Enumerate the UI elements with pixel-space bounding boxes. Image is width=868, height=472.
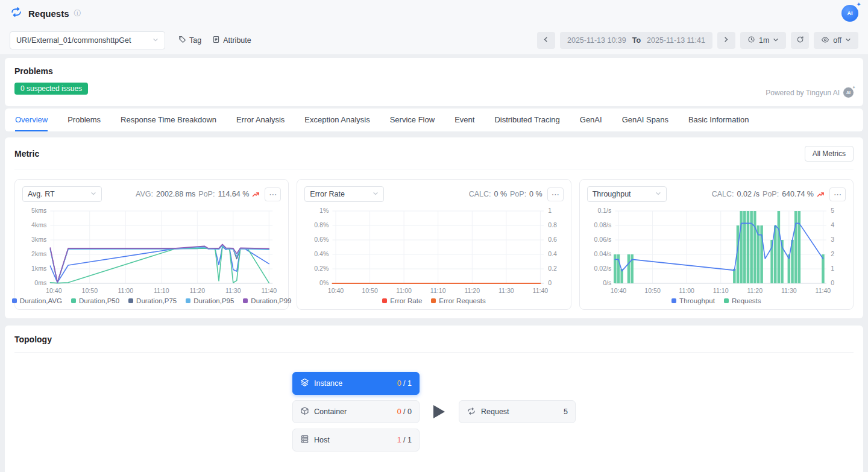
- svg-text:11:40: 11:40: [533, 287, 549, 294]
- svg-text:10:50: 10:50: [362, 287, 379, 294]
- topology-node-host[interactable]: Host 1 / 1: [292, 429, 420, 452]
- metric-select[interactable]: Throughput: [587, 186, 667, 202]
- svg-text:0ms: 0ms: [34, 280, 46, 287]
- metric-select[interactable]: Avg. RT: [22, 186, 102, 202]
- metric-section: Metric All Metrics Avg. RT AVG:2002.88 m…: [5, 137, 863, 318]
- svg-text:0.06/s: 0.06/s: [594, 236, 611, 244]
- tab-exception-analysis[interactable]: Exception Analysis: [304, 109, 370, 131]
- topology-node-label: Request: [481, 407, 509, 416]
- refresh-button[interactable]: [791, 32, 809, 49]
- svg-text:11:10: 11:10: [713, 287, 729, 294]
- svg-text:11:20: 11:20: [747, 287, 763, 294]
- svg-text:1kms: 1kms: [31, 265, 46, 272]
- svg-text:11:30: 11:30: [225, 287, 241, 294]
- inspect-toggle[interactable]: off: [814, 32, 858, 49]
- all-metrics-button[interactable]: All Metrics: [805, 146, 854, 162]
- svg-text:11:30: 11:30: [781, 287, 797, 294]
- svg-text:11:20: 11:20: [465, 287, 480, 294]
- chart-stat-value: 114.64 %: [218, 190, 249, 198]
- svg-text:0.1/s: 0.1/s: [597, 207, 611, 215]
- legend-item[interactable]: Duration,P50: [71, 297, 119, 304]
- chevron-down-icon: [90, 190, 96, 198]
- tab-response-time-breakdown[interactable]: Response Time Breakdown: [121, 109, 216, 131]
- tab-genai[interactable]: GenAI: [580, 109, 602, 131]
- chart-card-avg-rt: Avg. RT AVG:2002.88 msPoP:114.64 % ⋯ 10:…: [14, 179, 289, 310]
- date-range-to-label: To: [632, 36, 641, 45]
- flow-arrow-icon: [433, 405, 445, 418]
- tab-basic-information[interactable]: Basic Information: [688, 109, 749, 131]
- legend-item[interactable]: Throughput: [671, 297, 715, 304]
- error-rate-chart: 10:4010:5011:0011:1011:2011:3011:400%0.2…: [304, 205, 563, 297]
- svg-text:0%: 0%: [319, 280, 329, 287]
- chart-stat-value: 0 %: [529, 190, 542, 198]
- tab-genai-spans[interactable]: GenAI Spans: [622, 109, 668, 131]
- legend-item[interactable]: Duration,P75: [128, 297, 177, 304]
- svg-text:11:10: 11:10: [430, 287, 446, 294]
- svg-text:0.2: 0.2: [548, 265, 557, 272]
- refresh-icon: [796, 36, 804, 45]
- more-button[interactable]: ⋯: [265, 187, 281, 201]
- topology-node-count: 0 / 0: [397, 407, 412, 416]
- attribute-filter-label: Attribute: [223, 36, 251, 45]
- legend-item[interactable]: Duration,P95: [186, 297, 234, 304]
- chevron-down-icon: [655, 190, 661, 198]
- svg-text:10:50: 10:50: [644, 287, 661, 294]
- trend-up-icon: [252, 190, 260, 198]
- chart-stats: CALC:0.02 /sPoP:640.74 %: [712, 190, 825, 198]
- tab-service-flow[interactable]: Service Flow: [390, 109, 435, 131]
- more-button[interactable]: ⋯: [547, 187, 564, 201]
- more-button[interactable]: ⋯: [829, 187, 846, 201]
- tab-problems[interactable]: Problems: [68, 109, 101, 131]
- chart-stat-label: PoP:: [763, 190, 779, 198]
- info-icon[interactable]: ⓘ: [74, 10, 81, 17]
- svg-text:10:40: 10:40: [46, 287, 62, 294]
- tingyun-ai-icon: AI: [843, 87, 854, 98]
- clock-icon: [747, 36, 755, 45]
- svg-text:10:50: 10:50: [82, 287, 98, 294]
- svg-text:0.4%: 0.4%: [315, 251, 329, 258]
- suspected-issues-badge[interactable]: 0 suspected issues: [14, 83, 88, 95]
- legend-item[interactable]: Error Requests: [431, 297, 485, 304]
- svg-text:0: 0: [548, 280, 552, 287]
- topology-node-count: 5: [564, 407, 568, 416]
- legend-item[interactable]: Duration,P99: [243, 297, 291, 304]
- svg-text:3kms: 3kms: [31, 236, 46, 244]
- topology-node-instance[interactable]: Instance 0 / 1: [292, 372, 420, 395]
- svg-text:10:40: 10:40: [610, 287, 626, 294]
- chart-stat-label: CALC:: [712, 190, 734, 198]
- tab-distributed-tracing[interactable]: Distributed Tracing: [494, 109, 559, 131]
- chart-stats: AVG:2002.88 msPoP:114.64 %: [136, 190, 260, 198]
- legend-item[interactable]: Duration,AVG: [12, 297, 62, 304]
- chevron-down-icon: [373, 190, 379, 198]
- topology-node-container[interactable]: Container 0 / 0: [292, 400, 420, 423]
- svg-text:0.6%: 0.6%: [315, 236, 329, 244]
- topology-node-request[interactable]: Request 5: [459, 400, 576, 423]
- chart-stat-value: 0.02 /s: [737, 190, 760, 198]
- tab-error-analysis[interactable]: Error Analysis: [236, 109, 285, 131]
- tag-filter-button[interactable]: Tag: [178, 36, 201, 45]
- attribute-filter-button[interactable]: Attribute: [212, 36, 251, 45]
- top-header: Requests ⓘ AI: [0, 0, 868, 27]
- svg-text:11:30: 11:30: [498, 287, 514, 294]
- svg-text:0.6: 0.6: [548, 236, 557, 244]
- svg-text:0.8%: 0.8%: [315, 222, 329, 229]
- date-range-picker[interactable]: 2025-11-13 10:39 To 2025-11-13 11:41: [560, 32, 712, 49]
- legend-item[interactable]: Requests: [724, 297, 761, 304]
- prev-time-button[interactable]: [537, 32, 555, 49]
- metric-select[interactable]: Error Rate: [304, 186, 384, 202]
- chart-stat-label: CALC:: [469, 190, 491, 198]
- chart-stat-label: PoP:: [198, 190, 215, 198]
- legend-item[interactable]: Error Rate: [382, 297, 422, 304]
- filter-bar: URI/External_01/commonshttpGet Tag Attri…: [0, 27, 868, 54]
- entity-select[interactable]: URI/External_01/commonshttpGet: [10, 31, 165, 49]
- svg-text:11:40: 11:40: [261, 287, 277, 294]
- chevron-right-icon: [723, 36, 729, 45]
- topology-title: Topology: [14, 335, 52, 344]
- ai-assistant-button[interactable]: AI: [841, 5, 858, 22]
- next-time-button[interactable]: [717, 32, 735, 49]
- svg-text:4: 4: [831, 222, 834, 229]
- interval-select[interactable]: 1m: [740, 32, 786, 49]
- tab-event[interactable]: Event: [454, 109, 474, 131]
- tab-overview[interactable]: Overview: [15, 109, 48, 131]
- requests-icon: [10, 5, 23, 21]
